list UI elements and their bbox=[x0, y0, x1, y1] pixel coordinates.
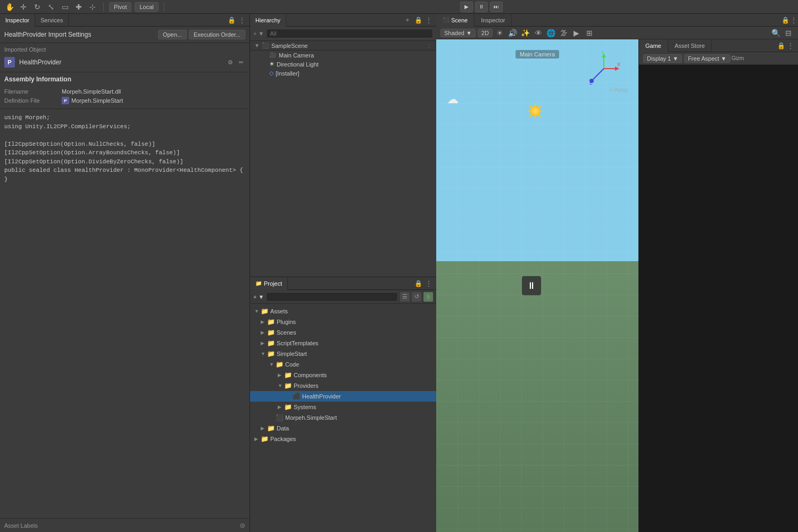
scene-persp-label: < Persp bbox=[609, 87, 628, 93]
tree-scripttemplates[interactable]: ▶ 📁 ScriptTemplates bbox=[250, 338, 436, 348]
deffile-label: Definition File bbox=[4, 97, 57, 104]
pivot-button[interactable]: Pivot bbox=[109, 2, 131, 12]
scene-extra-icon[interactable]: ⊞ bbox=[584, 28, 595, 38]
project-lock-icon[interactable]: 🔒 bbox=[414, 279, 422, 288]
display-dropdown[interactable]: Display 1 ▼ bbox=[643, 54, 682, 63]
game-lock-icon[interactable]: 🔒 bbox=[777, 41, 785, 50]
tree-healthprovider[interactable]: ⬛ HealthProvider bbox=[250, 391, 436, 402]
refresh-icon[interactable]: ↺ bbox=[412, 292, 421, 302]
tree-plugins[interactable]: ▶ 📁 Plugins bbox=[250, 317, 436, 327]
hierarchy-item-installer[interactable]: ◇ [Installer] bbox=[250, 69, 436, 78]
left-panel-tabs: Inspector Services 🔒 ⋮ bbox=[0, 14, 250, 27]
hierarchy-menu-icon[interactable]: ⋮ bbox=[425, 16, 433, 24]
scene-fog-icon[interactable]: 🌫 bbox=[559, 28, 569, 38]
project-add-button[interactable]: + ▼ bbox=[253, 294, 264, 300]
tab-scene[interactable]: ⬛ Scene bbox=[436, 14, 475, 27]
camera-label: Main Camera bbox=[279, 52, 314, 59]
scale-tool-icon[interactable]: ⤡ bbox=[46, 2, 56, 12]
scene-arrow-icon: ▼ bbox=[254, 43, 260, 48]
move-tool-icon[interactable]: ✛ bbox=[18, 2, 29, 12]
cloud-object: ☁ bbox=[447, 93, 459, 106]
rect-tool-icon[interactable]: ▭ bbox=[60, 2, 70, 12]
tree-assets[interactable]: ▼ 📁 Assets bbox=[250, 306, 436, 317]
hierarchy-tabs: Hierarchy + 🔒 ⋮ bbox=[250, 14, 436, 27]
tree-morpeh-simplestart[interactable]: ⬛ Morpeh.SimpleStart bbox=[250, 412, 436, 423]
tab-services[interactable]: Services bbox=[35, 14, 69, 27]
systems-arrow-icon: ▶ bbox=[278, 404, 284, 410]
scene-fx-icon[interactable]: ✨ bbox=[520, 28, 531, 38]
scene-actions-icon[interactable]: ⋮ bbox=[427, 43, 432, 48]
transform-tool-icon[interactable]: ✚ bbox=[73, 2, 84, 12]
pause-button[interactable]: ⏸ bbox=[475, 2, 488, 12]
asset-labels-icon[interactable]: ◎ bbox=[240, 522, 245, 529]
tab-inspector[interactable]: Inspector bbox=[0, 14, 35, 27]
scene-search2-icon[interactable]: 🔍 bbox=[770, 28, 781, 38]
hierarchy-add-icon[interactable]: + bbox=[403, 16, 412, 24]
project-panel-actions: 🔒 ⋮ bbox=[414, 279, 436, 288]
tab-project[interactable]: 📁 Project bbox=[250, 277, 288, 290]
scene-audio-icon[interactable]: 🔊 bbox=[508, 28, 518, 38]
edit-icon[interactable]: ✏ bbox=[237, 58, 245, 66]
project-panel: 📁 Project 🔒 ⋮ + ▼ ☰ ↺ 9 ▼ bbox=[250, 277, 436, 532]
list-view-icon[interactable]: ☰ bbox=[400, 292, 410, 302]
hierarchy-scene-row[interactable]: ▼ ⬛ SampleScene ⋮ bbox=[250, 41, 436, 51]
hierarchy-item-main-camera[interactable]: 🎥 Main Camera bbox=[250, 51, 436, 60]
scene-hidden-icon[interactable]: 👁 bbox=[533, 28, 544, 38]
filter-icon[interactable]: 9 bbox=[423, 292, 433, 302]
tree-systems[interactable]: ▶ 📁 Systems bbox=[250, 402, 436, 412]
hierarchy-add-button[interactable]: + ▼ bbox=[253, 30, 264, 37]
assembly-section: Assembly Information Filename Morpeh.Sim… bbox=[0, 72, 250, 109]
scene-skybox-icon[interactable]: 🌐 bbox=[546, 28, 556, 38]
providers-folder-icon: 📁 bbox=[284, 382, 292, 389]
tree-data[interactable]: ▶ 📁 Data bbox=[250, 423, 436, 434]
tab-game[interactable]: Game bbox=[639, 39, 668, 52]
hierarchy-lock-icon[interactable]: 🔒 bbox=[414, 16, 422, 24]
play-button[interactable]: ▶ bbox=[460, 2, 473, 12]
2d-button[interactable]: 2D bbox=[478, 29, 493, 37]
scene-lock-icon[interactable]: 🔒 bbox=[781, 16, 789, 24]
hand-tool-icon[interactable]: ✋ bbox=[4, 2, 15, 12]
local-button[interactable]: Local bbox=[135, 2, 158, 12]
hierarchy-item-directional-light[interactable]: ☀ Directional Light bbox=[250, 60, 436, 69]
asset-labels-section: Asset Labels ◎ bbox=[0, 518, 250, 532]
filename-value: Morpeh.SimpleStart.dll bbox=[62, 88, 245, 95]
tab-hierarchy[interactable]: Hierarchy bbox=[250, 14, 286, 27]
scene-lighting-icon[interactable]: ☀ bbox=[495, 28, 505, 38]
menu-icon[interactable]: ⋮ bbox=[238, 16, 246, 24]
hierarchy-search-input[interactable] bbox=[266, 29, 433, 38]
code-line-4: [Il2CppSetOption(Option.NullChecks, fals… bbox=[4, 140, 245, 149]
shaded-dropdown[interactable]: Shaded ▼ bbox=[440, 29, 476, 37]
project-search-input[interactable] bbox=[266, 292, 398, 302]
lock-icon[interactable]: 🔒 bbox=[227, 16, 236, 24]
step-button[interactable]: ⏭ bbox=[490, 2, 503, 12]
data-arrow-icon: ▶ bbox=[261, 426, 267, 431]
game-view-content bbox=[639, 65, 798, 532]
aspect-dropdown[interactable]: Free Aspect ▼ bbox=[684, 54, 730, 63]
scene-anim-icon[interactable]: ▶ bbox=[571, 28, 582, 38]
tree-providers[interactable]: ▼ 📁 Providers bbox=[250, 380, 436, 391]
tree-scenes[interactable]: ▶ 📁 Scenes bbox=[250, 327, 436, 338]
tab-asset-store[interactable]: Asset Store bbox=[668, 39, 712, 52]
tree-components[interactable]: ▶ 📁 Components bbox=[250, 370, 436, 380]
tree-code[interactable]: ▼ 📁 Code bbox=[250, 359, 436, 370]
rotate-tool-icon[interactable]: ↻ bbox=[32, 2, 43, 12]
open-button[interactable]: Open... bbox=[158, 30, 187, 39]
game-menu-icon[interactable]: ⋮ bbox=[786, 41, 795, 50]
tree-simplestart[interactable]: ▼ 📁 SimpleStart bbox=[250, 348, 436, 359]
imported-object-row: P HealthProvider ⚙ ✏ bbox=[4, 56, 245, 69]
code-line-6: [Il2CppSetOption(Option.DivideByZeroChec… bbox=[4, 157, 245, 167]
custom-tool-icon[interactable]: ⊹ bbox=[87, 2, 98, 12]
scene-menu-icon[interactable]: ⋮ bbox=[789, 16, 798, 24]
main-camera-label: Main Camera bbox=[516, 50, 559, 59]
execution-order-button[interactable]: Execution Order... bbox=[189, 30, 245, 39]
scene-gizmo: X Y Z bbox=[585, 50, 622, 87]
gear-icon[interactable]: ⚙ bbox=[226, 58, 235, 66]
tree-packages[interactable]: ▶ 📁 Packages bbox=[250, 434, 436, 444]
project-menu-icon[interactable]: ⋮ bbox=[425, 279, 433, 288]
left-panel: Inspector Services 🔒 ⋮ HealthProvider Im… bbox=[0, 14, 250, 532]
scene-layers-icon[interactable]: ⊟ bbox=[783, 28, 794, 38]
tab-inspector-right[interactable]: Inspector bbox=[475, 14, 512, 27]
game-tabs: Game Asset Store 🔒 ⋮ bbox=[639, 39, 798, 52]
project-folder-icon: 📁 bbox=[255, 280, 262, 286]
gizm-icon[interactable]: Gizm bbox=[733, 53, 743, 64]
